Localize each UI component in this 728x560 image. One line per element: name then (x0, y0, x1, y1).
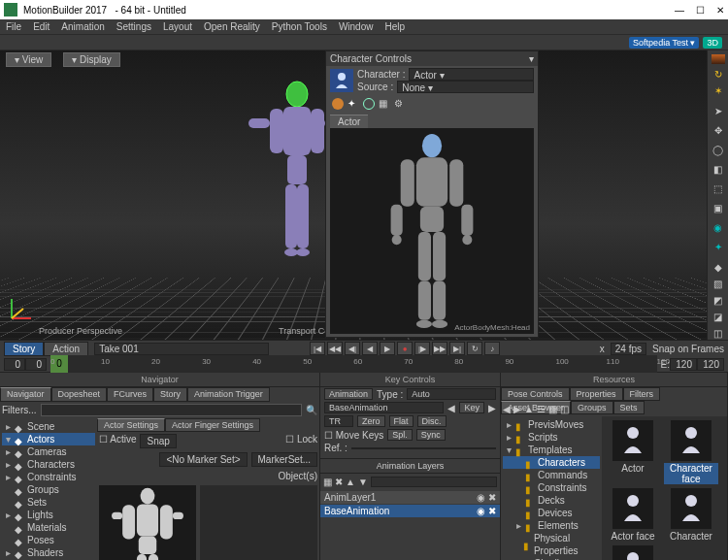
settings-tab[interactable]: Actor Settings (97, 418, 165, 432)
kc-layer-dropdown[interactable]: BaseAnimation (324, 402, 444, 413)
character-icon[interactable] (330, 69, 353, 92)
anim-layer[interactable]: BaseAnimation◉ ✖ (320, 505, 500, 517)
range-end[interactable]: 120 (670, 358, 697, 371)
scale-tool-icon[interactable]: ◧ (711, 163, 725, 175)
tree-item-lights[interactable]: ▸◆Lights (2, 509, 95, 521)
loop-icon[interactable]: ↻ (467, 342, 482, 355)
res-back-icon[interactable]: ◀ (503, 404, 511, 414)
tree-item-materials[interactable]: ◆Materials (2, 521, 95, 534)
anim-layer[interactable]: AnimLayer1◉ ✖ (320, 491, 500, 504)
cursor-icon[interactable]: ➤ (711, 105, 725, 116)
res-tree-item[interactable]: ▮Characters (503, 456, 600, 469)
menu-open-reality[interactable]: Open Reality (204, 21, 260, 32)
current-frame[interactable]: 0 (25, 358, 47, 371)
kc-disc-button[interactable]: Disc. (417, 415, 447, 427)
al-weight[interactable] (371, 477, 497, 487)
marker-list[interactable] (200, 485, 317, 560)
menu-help[interactable]: Help (384, 21, 405, 32)
record-icon[interactable]: ● (397, 342, 413, 355)
res-tab-pose-controls[interactable]: Pose Controls (501, 387, 570, 401)
res-item[interactable]: Actor (606, 420, 660, 484)
ext-e-icon[interactable]: ◫ (711, 326, 725, 340)
res-item[interactable]: Character E... (606, 545, 660, 560)
res-tree-item[interactable]: ▸▮Scripts (503, 431, 600, 444)
viewport[interactable]: ▾ View ▾ Display ✥ ✦ Viewer (0, 50, 707, 340)
filters-label[interactable]: Filters... (2, 405, 37, 415)
menu-file[interactable]: File (6, 21, 21, 32)
story-tab[interactable]: Story (4, 342, 44, 356)
fps-box[interactable]: 24 fps (611, 343, 646, 355)
resource-grid[interactable]: ActorCharacter faceActor faceCharacterCh… (602, 416, 727, 560)
go-start-icon[interactable]: |◀ (310, 342, 325, 355)
teal-globe-icon[interactable]: ◉ (711, 221, 725, 233)
user-badge[interactable]: Softpedia Test ▾ (629, 37, 699, 49)
minimize-button[interactable]: — (675, 5, 684, 16)
tool-circle-icon[interactable] (363, 98, 375, 110)
take-dropdown[interactable]: Take 001 (94, 343, 269, 355)
tree-item-constraints[interactable]: ▸◆Constraints (2, 471, 95, 483)
tree-item-characters[interactable]: ▸◆Characters (2, 458, 95, 471)
marker-set-dropdown[interactable]: <No Marker Set> (159, 452, 247, 467)
settings-tab[interactable]: Actor Finger Settings (165, 418, 260, 432)
menu-layout[interactable]: Layout (163, 21, 192, 32)
gradient-icon[interactable] (711, 54, 725, 64)
step-back-icon[interactable]: ◀◀ (327, 342, 343, 355)
nav-filter-input[interactable] (41, 404, 302, 416)
tree-item-sets[interactable]: ◆Sets (2, 496, 95, 509)
res-tree-item[interactable]: ▮Decks (503, 494, 600, 507)
res-up-icon[interactable]: ▲ (524, 404, 534, 414)
snap-label[interactable]: Snap on Frames (652, 344, 724, 354)
record-icon[interactable] (332, 98, 344, 110)
audio-icon[interactable]: ♪ (484, 342, 500, 355)
al-del-icon[interactable]: ✖ (335, 477, 343, 487)
kc-next-key-icon[interactable]: ▶ (488, 403, 496, 413)
nav-tab-dopesheet[interactable]: Dopesheet (51, 387, 108, 402)
view-dropdown[interactable]: ▾ View (6, 52, 51, 67)
res-list-icon[interactable]: ☰ (537, 404, 546, 414)
ext-b-icon[interactable]: ▧ (711, 277, 725, 290)
kc-spline-button[interactable]: Spl. (387, 429, 413, 441)
kc-flat-button[interactable]: Flat (389, 415, 414, 427)
axis-gizmo[interactable] (8, 295, 35, 322)
play-icon[interactable]: ▶ (380, 342, 395, 355)
actor-tab[interactable]: Actor (330, 115, 368, 128)
kc-movekeys-toggle[interactable]: ☐ Move Keys (324, 430, 383, 441)
char-preview[interactable]: ActorBodyMesh:Head (330, 128, 534, 334)
marker-set-button[interactable]: MarkerSet... (251, 452, 317, 467)
al-up-icon[interactable]: ▲ (346, 477, 355, 487)
res-grid-icon[interactable]: ▦ (548, 404, 557, 414)
tree-item-groups[interactable]: ◆Groups (2, 483, 95, 496)
res-tree-item[interactable]: ▮Constraints (503, 481, 600, 494)
time-ruler[interactable]: 0 0102030405060708090100110120 (50, 355, 657, 373)
kc-sync-button[interactable]: Sync (416, 429, 446, 441)
source-dropdown[interactable]: None ▾ (397, 81, 534, 93)
range-end2[interactable]: 120 (697, 358, 724, 371)
tree-item-scene[interactable]: ▸◆Scene (2, 420, 95, 433)
nav-tab-story[interactable]: Story (153, 387, 187, 402)
tool-diamond-icon[interactable]: ✦ (347, 98, 359, 110)
prev-key-icon[interactable]: ◀| (345, 342, 360, 355)
res-tab-filters[interactable]: Filters (623, 387, 661, 401)
menu-python-tools[interactable]: Python Tools (272, 21, 327, 32)
active-toggle[interactable]: ☐ Active (99, 434, 136, 448)
res-large-icon[interactable]: ◫ (560, 404, 569, 414)
range-start[interactable]: 0 (4, 358, 25, 371)
nav-tab-navigator[interactable]: Navigator (0, 387, 51, 402)
tree-item-shaders[interactable]: ▸◆Shaders (2, 546, 95, 559)
kc-ref-dropdown[interactable] (351, 447, 496, 449)
tool-b-icon[interactable]: ▣ (711, 202, 725, 214)
al-add-icon[interactable]: ▦ (323, 477, 332, 487)
al-down-icon[interactable]: ▼ (358, 477, 368, 487)
menu-window[interactable]: Window (339, 21, 374, 32)
res-tab-properties[interactable]: Properties (570, 387, 623, 401)
character-dropdown[interactable]: Actor ▾ (409, 68, 534, 81)
res-tree-item[interactable]: ▸▮PrevisMoves (503, 418, 600, 431)
res-tree-item[interactable]: ▮Physical Properties (503, 532, 600, 557)
res-fwd-icon[interactable]: ▶ (513, 404, 521, 414)
res-item[interactable]: Character face (664, 420, 718, 484)
display-dropdown[interactable]: ▾ Display (63, 52, 120, 67)
tree-item-cameras[interactable]: ▸◆Cameras (2, 445, 95, 458)
action-tab[interactable]: Action (44, 342, 88, 356)
lock-toggle[interactable]: ☐ Lock (285, 434, 317, 448)
search-icon[interactable]: 🔍 (306, 405, 317, 415)
